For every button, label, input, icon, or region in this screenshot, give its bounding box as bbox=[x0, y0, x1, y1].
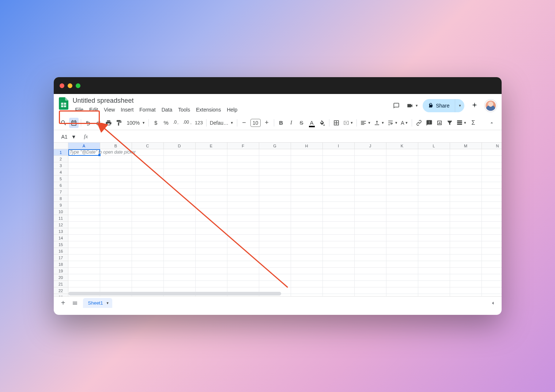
col-header[interactable]: L bbox=[418, 143, 450, 149]
cell[interactable] bbox=[196, 169, 227, 176]
row-header[interactable]: 16 bbox=[54, 248, 68, 255]
row-header[interactable]: 15 bbox=[54, 241, 68, 248]
undo-button[interactable] bbox=[83, 118, 93, 128]
select-all-corner[interactable] bbox=[54, 143, 68, 149]
cell[interactable] bbox=[68, 241, 100, 248]
row-header[interactable]: 10 bbox=[54, 208, 68, 215]
cell[interactable] bbox=[323, 274, 355, 281]
cell[interactable] bbox=[450, 274, 482, 281]
cell[interactable] bbox=[386, 268, 418, 274]
cell[interactable] bbox=[482, 215, 502, 222]
cell[interactable] bbox=[100, 176, 132, 182]
cell[interactable] bbox=[100, 228, 132, 235]
cell[interactable] bbox=[227, 149, 259, 156]
cell[interactable] bbox=[450, 162, 482, 169]
cell[interactable] bbox=[196, 228, 227, 235]
maximize-window-button[interactable] bbox=[76, 83, 80, 88]
cell[interactable] bbox=[132, 215, 164, 222]
menu-help[interactable]: Help bbox=[224, 105, 240, 114]
cell[interactable] bbox=[323, 228, 355, 235]
cell[interactable] bbox=[132, 248, 164, 255]
cell[interactable] bbox=[132, 149, 164, 156]
currency-button[interactable]: $ bbox=[151, 118, 161, 128]
strikethrough-button[interactable]: S bbox=[297, 118, 306, 128]
row-header[interactable]: 23 bbox=[54, 294, 68, 296]
cell[interactable] bbox=[482, 182, 502, 189]
cell[interactable] bbox=[450, 255, 482, 261]
cell[interactable] bbox=[418, 268, 450, 274]
row-header[interactable]: 9 bbox=[54, 202, 68, 208]
cell[interactable] bbox=[132, 281, 164, 287]
cell[interactable] bbox=[227, 255, 259, 261]
increase-font-button[interactable]: + bbox=[262, 118, 272, 128]
functions-button[interactable]: Σ bbox=[468, 118, 478, 128]
wrap-button[interactable]: ▼ bbox=[386, 118, 399, 128]
cell[interactable] bbox=[450, 222, 482, 228]
cell[interactable] bbox=[259, 222, 291, 228]
menu-extensions[interactable]: Extensions bbox=[193, 105, 223, 114]
search-menus-button[interactable] bbox=[59, 118, 68, 128]
cell[interactable] bbox=[450, 195, 482, 202]
cell[interactable] bbox=[164, 208, 196, 215]
print-button[interactable] bbox=[104, 118, 113, 128]
cell[interactable] bbox=[164, 228, 196, 235]
cell[interactable] bbox=[386, 169, 418, 176]
cell[interactable] bbox=[482, 208, 502, 215]
cell[interactable] bbox=[68, 195, 100, 202]
cell[interactable] bbox=[68, 182, 100, 189]
cell[interactable] bbox=[291, 255, 323, 261]
col-header[interactable]: I bbox=[323, 143, 355, 149]
cell[interactable] bbox=[323, 162, 355, 169]
row-header[interactable]: 22 bbox=[54, 287, 68, 294]
cell[interactable] bbox=[100, 169, 132, 176]
minimize-window-button[interactable] bbox=[68, 83, 72, 88]
cell[interactable] bbox=[100, 156, 132, 162]
cell[interactable] bbox=[291, 248, 323, 255]
cell[interactable] bbox=[355, 202, 386, 208]
redo-button[interactable] bbox=[94, 118, 103, 128]
cell[interactable] bbox=[164, 261, 196, 268]
cell[interactable] bbox=[323, 222, 355, 228]
cell[interactable] bbox=[196, 208, 227, 215]
explore-collapse-button[interactable] bbox=[488, 298, 498, 308]
cell[interactable] bbox=[386, 235, 418, 241]
font-size-input[interactable] bbox=[250, 119, 261, 127]
cell[interactable] bbox=[259, 261, 291, 268]
cell[interactable] bbox=[100, 255, 132, 261]
cell[interactable] bbox=[259, 274, 291, 281]
cell[interactable] bbox=[482, 189, 502, 195]
cell[interactable] bbox=[68, 176, 100, 182]
cell[interactable] bbox=[291, 162, 323, 169]
cell[interactable] bbox=[386, 189, 418, 195]
cell[interactable] bbox=[68, 228, 100, 235]
cell[interactable] bbox=[355, 241, 386, 248]
cell[interactable] bbox=[100, 268, 132, 274]
cell[interactable] bbox=[323, 281, 355, 287]
cell[interactable] bbox=[164, 149, 196, 156]
col-header[interactable]: H bbox=[291, 143, 323, 149]
cell[interactable] bbox=[68, 189, 100, 195]
cell[interactable] bbox=[132, 156, 164, 162]
cell[interactable] bbox=[450, 189, 482, 195]
cell[interactable] bbox=[100, 182, 132, 189]
decrease-decimal-button[interactable]: .0← bbox=[171, 118, 181, 128]
cell[interactable] bbox=[291, 182, 323, 189]
cell[interactable] bbox=[132, 228, 164, 235]
cell[interactable] bbox=[259, 182, 291, 189]
cell[interactable] bbox=[132, 255, 164, 261]
cell[interactable] bbox=[386, 241, 418, 248]
cell[interactable] bbox=[164, 182, 196, 189]
row-header[interactable]: 1 bbox=[54, 149, 68, 156]
insert-chart-button[interactable] bbox=[435, 118, 444, 128]
row-header[interactable]: 6 bbox=[54, 182, 68, 189]
cell[interactable] bbox=[482, 274, 502, 281]
menu-file[interactable]: File bbox=[73, 105, 86, 114]
col-header[interactable]: K bbox=[386, 143, 418, 149]
cell[interactable] bbox=[196, 268, 227, 274]
cell[interactable] bbox=[196, 281, 227, 287]
cell[interactable] bbox=[68, 156, 100, 162]
cell[interactable] bbox=[418, 162, 450, 169]
menu-edit[interactable]: Edit bbox=[87, 105, 101, 114]
cell[interactable] bbox=[418, 182, 450, 189]
cell[interactable] bbox=[482, 255, 502, 261]
